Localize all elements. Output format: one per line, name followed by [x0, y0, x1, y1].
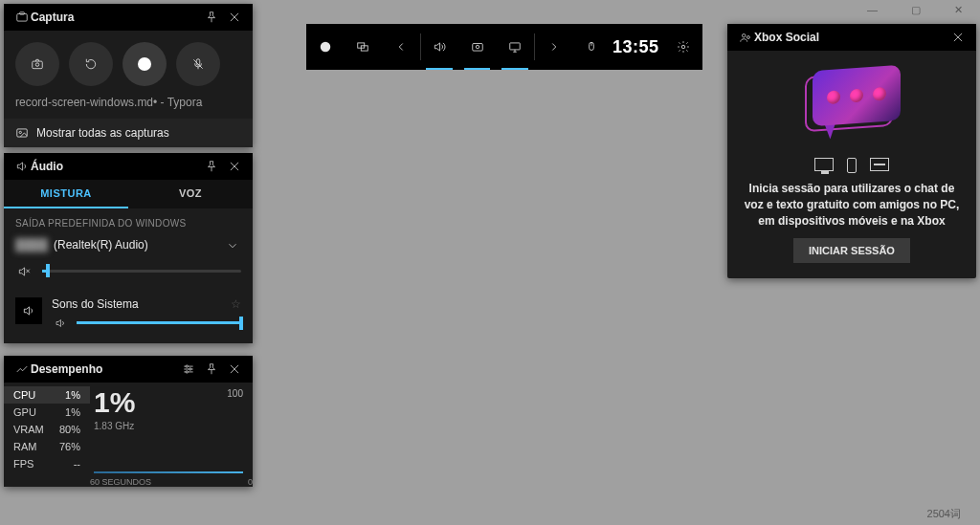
clock: 13:55: [611, 37, 665, 57]
capture-panel: Captura record-screen-windows.md• - Typo…: [4, 4, 253, 147]
capture-widget-icon: [13, 11, 31, 25]
chart-xlabel: 60 SEGUNDOS: [90, 477, 151, 487]
system-sounds-icon: [15, 297, 42, 324]
audio-panel: Áudio MISTURA VOZ SAÍDA PREDEFINIDA DO W…: [4, 153, 253, 343]
svg-marker-33: [435, 43, 440, 51]
svg-marker-16: [19, 268, 24, 275]
speaker-icon[interactable]: [52, 317, 69, 330]
device-icons: [741, 154, 963, 181]
svg-point-24: [186, 365, 188, 367]
svg-point-11: [19, 131, 21, 133]
mouse-indicator: [572, 24, 611, 70]
tab-mix[interactable]: MISTURA: [4, 180, 128, 208]
show-all-captures-label: Mostrar todas as capturas: [36, 126, 169, 140]
nav-prev[interactable]: [382, 24, 420, 70]
performance-panel: Desempenho CPU1% GPU1% VRAM80% RAM76% FP…: [4, 356, 253, 487]
audio-widget-button[interactable]: [420, 24, 458, 70]
svg-marker-12: [17, 163, 22, 170]
favorite-icon[interactable]: ☆: [231, 297, 241, 311]
svg-point-25: [189, 368, 191, 370]
phone-icon: [847, 158, 857, 173]
capture-widget-button[interactable]: [458, 24, 497, 70]
metric-vram[interactable]: VRAM80%: [4, 421, 90, 438]
pin-icon[interactable]: [203, 362, 220, 377]
perf-chart: [94, 445, 243, 481]
show-all-captures[interactable]: Mostrar todas as capturas: [4, 119, 253, 147]
xbox-button[interactable]: [306, 24, 345, 70]
record-button[interactable]: [122, 42, 167, 86]
metric-cpu[interactable]: CPU1%: [4, 386, 90, 404]
pin-icon[interactable]: [203, 160, 220, 174]
svg-rect-0: [17, 14, 28, 22]
screenshot-button[interactable]: [15, 42, 59, 86]
sign-in-button[interactable]: INICIAR SESSÃO: [793, 238, 910, 263]
close-icon[interactable]: [226, 11, 243, 25]
social-widget-icon: [737, 31, 754, 45]
default-output-label: SAÍDA PREDEFINIDA DO WINDOWS: [15, 218, 241, 229]
svg-point-42: [743, 34, 746, 38]
chart-min-label: 0: [248, 477, 253, 487]
performance-widget-icon: [13, 362, 31, 377]
system-sounds-label: Sons do Sistema: [52, 297, 139, 311]
svg-point-43: [746, 36, 749, 39]
chat-illustration: [741, 60, 963, 154]
options-icon[interactable]: [180, 362, 197, 377]
svg-rect-1: [20, 12, 25, 14]
metric-ram[interactable]: RAM76%: [4, 438, 90, 455]
nav-next[interactable]: [535, 24, 573, 70]
mute-icon[interactable]: [15, 264, 33, 278]
tab-voice[interactable]: VOZ: [128, 180, 253, 208]
window-minimize[interactable]: —: [851, 0, 894, 19]
capture-title: Captura: [31, 11, 197, 24]
svg-rect-5: [33, 61, 43, 69]
window-maximize[interactable]: ▢: [894, 0, 937, 19]
chart-max-label: 100: [227, 388, 243, 399]
close-icon[interactable]: [949, 31, 967, 45]
gamebar-toolbar: 13:55: [306, 24, 702, 70]
settings-button[interactable]: [664, 24, 702, 70]
svg-point-26: [186, 371, 188, 373]
close-icon[interactable]: [226, 362, 243, 377]
word-count: 2504词: [927, 507, 961, 521]
svg-rect-34: [472, 44, 482, 52]
capture-target-label: record-screen-windows.md• - Typora: [4, 94, 253, 119]
cpu-big-value: 1%: [94, 388, 243, 417]
window-close[interactable]: ✕: [937, 0, 980, 19]
performance-widget-button[interactable]: [496, 24, 534, 70]
widgets-button[interactable]: [345, 24, 383, 70]
master-volume-slider[interactable]: [42, 270, 241, 273]
output-device-name: (Realtek(R) Audio): [54, 238, 148, 252]
svg-point-41: [681, 45, 685, 49]
performance-title: Desempenho: [31, 362, 174, 376]
pin-icon[interactable]: [203, 11, 220, 25]
social-description: Inicia sessão para utilizares o chat de …: [741, 181, 963, 238]
svg-point-35: [476, 45, 479, 49]
record-last-button[interactable]: [69, 42, 113, 86]
chevron-down-icon: [224, 238, 241, 252]
svg-point-6: [35, 63, 39, 67]
svg-marker-20: [56, 320, 61, 327]
metric-gpu[interactable]: GPU1%: [4, 404, 90, 421]
audio-widget-icon: [13, 160, 31, 174]
mic-toggle-button[interactable]: [176, 42, 220, 86]
xbox-social-panel: Xbox Social Inicia sessão para utilizare…: [727, 24, 976, 278]
close-icon[interactable]: [226, 160, 243, 174]
cpu-frequency: 1.83 GHz: [94, 421, 243, 431]
svg-point-30: [321, 42, 331, 53]
metric-fps[interactable]: FPS--: [4, 455, 90, 472]
svg-rect-36: [510, 43, 521, 50]
monitor-icon: [814, 158, 834, 171]
audio-title: Áudio: [31, 160, 197, 173]
console-icon: [870, 158, 889, 171]
svg-marker-19: [24, 307, 29, 315]
system-volume-slider[interactable]: [77, 321, 241, 324]
output-device-select[interactable]: ████ (Realtek(R) Audio): [15, 234, 241, 262]
social-title: Xbox Social: [754, 31, 944, 44]
